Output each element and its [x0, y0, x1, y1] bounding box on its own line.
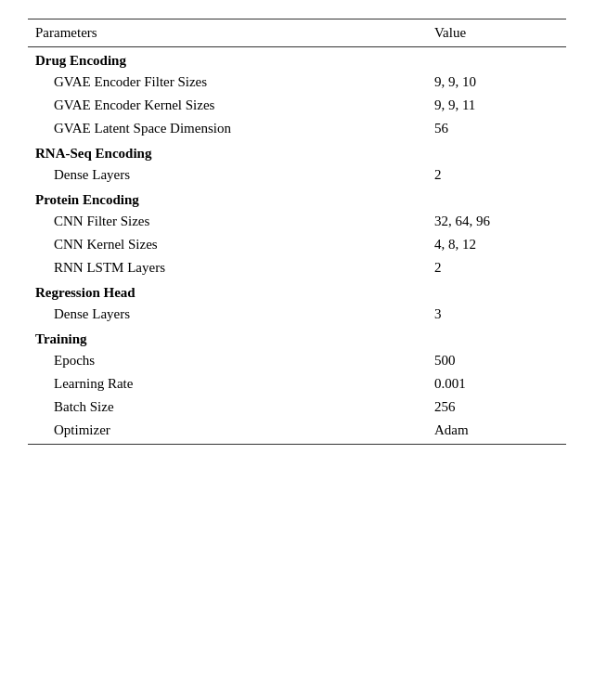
table-row: GVAE Encoder Kernel Sizes9, 9, 11 — [28, 94, 566, 117]
col-header-value: Value — [416, 19, 566, 47]
section-header-row: RNA-Seq Encoding — [28, 140, 566, 163]
section-label: Regression Head — [28, 279, 566, 303]
param-name: Optimizer — [28, 419, 416, 445]
param-name: Dense Layers — [28, 163, 416, 187]
param-value: 4, 8, 12 — [416, 233, 566, 256]
section-label: Protein Encoding — [28, 187, 566, 210]
param-name: Epochs — [28, 349, 416, 372]
param-value: 3 — [416, 303, 566, 326]
table-row: Dense Layers2 — [28, 163, 566, 187]
table-row: GVAE Latent Space Dimension56 — [28, 117, 566, 140]
param-value: Adam — [416, 419, 566, 445]
param-value: 2 — [416, 163, 566, 187]
table-row: CNN Kernel Sizes4, 8, 12 — [28, 233, 566, 256]
param-value: 500 — [416, 349, 566, 372]
param-value: 56 — [416, 117, 566, 140]
param-value: 32, 64, 96 — [416, 210, 566, 233]
parameters-table: Parameters Value Drug EncodingGVAE Encod… — [28, 19, 566, 445]
table-row: CNN Filter Sizes32, 64, 96 — [28, 210, 566, 233]
param-name: CNN Kernel Sizes — [28, 233, 416, 256]
table-row: RNN LSTM Layers2 — [28, 256, 566, 279]
section-header-row: Drug Encoding — [28, 47, 566, 71]
table-row: Learning Rate0.001 — [28, 372, 566, 395]
param-name: GVAE Encoder Filter Sizes — [28, 71, 416, 94]
param-name: RNN LSTM Layers — [28, 256, 416, 279]
section-label: Drug Encoding — [28, 47, 566, 71]
table-row: Batch Size256 — [28, 395, 566, 419]
param-name: Learning Rate — [28, 372, 416, 395]
param-name: CNN Filter Sizes — [28, 210, 416, 233]
param-value: 0.001 — [416, 372, 566, 395]
section-header-row: Training — [28, 326, 566, 349]
param-value: 256 — [416, 395, 566, 419]
param-name: Dense Layers — [28, 303, 416, 326]
section-label: RNA-Seq Encoding — [28, 140, 566, 163]
param-value: 9, 9, 10 — [416, 71, 566, 94]
section-label: Training — [28, 326, 566, 349]
section-header-row: Regression Head — [28, 279, 566, 303]
col-header-parameters: Parameters — [28, 19, 416, 47]
table-row: GVAE Encoder Filter Sizes9, 9, 10 — [28, 71, 566, 94]
param-name: GVAE Encoder Kernel Sizes — [28, 94, 416, 117]
param-value: 2 — [416, 256, 566, 279]
table-row: Epochs500 — [28, 349, 566, 372]
param-name: Batch Size — [28, 395, 416, 419]
section-header-row: Protein Encoding — [28, 187, 566, 210]
table-row: OptimizerAdam — [28, 419, 566, 445]
param-value: 9, 9, 11 — [416, 94, 566, 117]
table-row: Dense Layers3 — [28, 303, 566, 326]
param-name: GVAE Latent Space Dimension — [28, 117, 416, 140]
